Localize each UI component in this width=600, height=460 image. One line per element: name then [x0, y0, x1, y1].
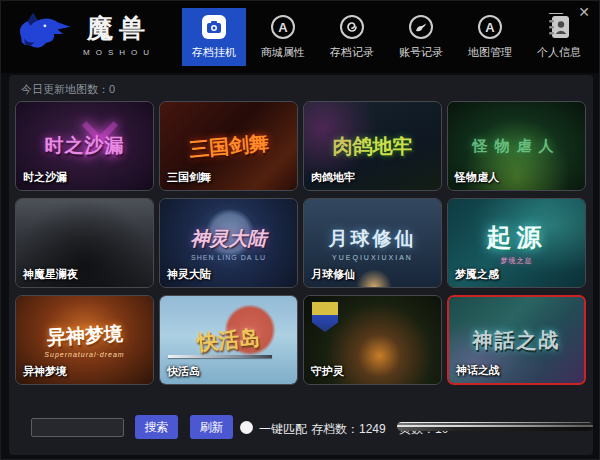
- card-label: 快活岛: [167, 364, 200, 379]
- map-card-mengyanzhigan[interactable]: 起源 梦境之息 梦魇之感: [447, 198, 586, 288]
- map-card-kuaihuodao[interactable]: 快活岛 快活岛: [159, 295, 298, 385]
- card-art-title: 肉鸽地牢: [333, 133, 413, 160]
- page-slider[interactable]: [397, 422, 593, 431]
- card-art-title: 快活岛: [196, 323, 261, 356]
- map-card-sanguojianwu[interactable]: 三国剑舞 三国剑舞: [159, 101, 298, 191]
- tab-archive-records[interactable]: 存档记录: [320, 8, 384, 66]
- card-art-title: 时之沙漏: [45, 133, 125, 159]
- logo-text: 魔兽 MOSHOU: [83, 11, 155, 57]
- tab-account-records[interactable]: 账号记录: [389, 8, 453, 66]
- a-circle-icon: A: [270, 14, 296, 40]
- map-card-rougedilao[interactable]: 肉鸽地牢 肉鸽地牢: [303, 101, 442, 191]
- card-art-title: 三国剑舞: [187, 129, 269, 163]
- map-card-shizhishalou[interactable]: 时之沙漏 时之沙漏: [15, 101, 154, 191]
- tab-label: 存档记录: [330, 45, 374, 60]
- card-art-subtitle: 梦境之息: [501, 256, 533, 266]
- map-card-shenlingdalu[interactable]: 神灵大陆 SHEN LING DA LU 神灵大陆: [159, 198, 298, 288]
- card-label: 神话之战: [456, 363, 500, 378]
- map-card-guaiwunveren[interactable]: 怪物虐人 怪物虐人: [447, 101, 586, 191]
- app-subtitle: MOSHOU: [83, 48, 155, 57]
- search-button[interactable]: 搜索: [135, 415, 178, 439]
- window-controls: — ✕: [547, 3, 593, 21]
- card-label: 梦魇之感: [455, 267, 499, 282]
- spiral-circle-icon: [339, 14, 365, 40]
- tab-label: 地图管理: [468, 45, 512, 60]
- card-art-title: 怪物虐人: [473, 137, 561, 156]
- wolf-logo-icon: [15, 11, 73, 57]
- card-label: 神魔星澜夜: [23, 267, 78, 282]
- card-art-title: 起源: [487, 221, 547, 254]
- save-camera-icon: [201, 14, 227, 40]
- card-label: 异神梦境: [23, 364, 67, 379]
- app-window: 魔兽 MOSHOU 存档挂机 A 商城属性 存档记录: [0, 0, 600, 460]
- archive-count-text: 存档数：1249: [311, 421, 386, 438]
- card-label: 时之沙漏: [23, 170, 67, 185]
- card-label: 三国剑舞: [167, 170, 211, 185]
- tab-map-management[interactable]: A 地图管理: [458, 8, 522, 66]
- today-updated-count: 今日更新地图数：0: [21, 82, 115, 97]
- title-bar: 魔兽 MOSHOU 存档挂机 A 商城属性 存档记录: [1, 1, 600, 73]
- card-label: 神灵大陆: [167, 267, 211, 282]
- card-label: 怪物虐人: [455, 170, 499, 185]
- app-a-circle-icon: A: [477, 14, 503, 40]
- search-input[interactable]: [31, 418, 124, 437]
- tab-label: 存档挂机: [192, 45, 236, 60]
- card-art-subtitle: YUEQIUXIUXIAN: [332, 254, 413, 261]
- card-art-title: 神話之战: [473, 327, 561, 354]
- tab-label: 个人信息: [537, 45, 581, 60]
- card-art-title: 异神梦境: [46, 321, 123, 351]
- map-grid: 时之沙漏 时之沙漏 三国剑舞 三国剑舞 肉鸽地牢 肉鸽地牢: [15, 101, 586, 385]
- app-title: 魔兽: [87, 11, 151, 46]
- tab-label: 账号记录: [399, 45, 443, 60]
- content-panel: 今日更新地图数：0 时之沙漏 时之沙漏 三国剑舞 三国剑舞 肉鸽地牢: [9, 75, 593, 455]
- nav-tabs: 存档挂机 A 商城属性 存档记录 账号记录 A 地图管理: [182, 8, 591, 66]
- card-label: 肉鸽地牢: [311, 170, 355, 185]
- bird-circle-icon: [408, 14, 434, 40]
- card-art-subtitle: SHEN LING DA LU: [191, 254, 266, 261]
- tab-label: 商城属性: [261, 45, 305, 60]
- one-key-match-radio[interactable]: [240, 421, 253, 434]
- one-key-match-label: 一键匹配: [259, 421, 307, 438]
- card-label: 守护灵: [311, 364, 344, 379]
- card-art-subtitle: Supernatural·dream: [44, 351, 124, 358]
- card-art-title: 神灵大陆: [191, 226, 267, 252]
- close-button[interactable]: ✕: [575, 3, 593, 21]
- tab-archive-idle[interactable]: 存档挂机: [182, 8, 246, 66]
- map-card-yishenmengjing[interactable]: 异神梦境 Supernatural·dream 异神梦境: [15, 295, 154, 385]
- app-logo: 魔兽 MOSHOU: [15, 11, 155, 57]
- map-card-shouhuling[interactable]: 守护灵: [303, 295, 442, 385]
- map-card-yueqiuxiuxian[interactable]: 月球修仙 YUEQIUXIUXIAN 月球修仙: [303, 198, 442, 288]
- card-label: 月球修仙: [311, 267, 355, 282]
- map-card-shenhuazhizhan-selected[interactable]: 神話之战 神话之战: [447, 295, 586, 385]
- refresh-button[interactable]: 刷新: [190, 415, 233, 439]
- footer-bar: 搜索 刷新 一键匹配 存档数：1249 页数：10: [9, 413, 593, 443]
- tab-shop-attributes[interactable]: A 商城属性: [251, 8, 315, 66]
- map-card-shenmoxinglanye[interactable]: 神魔星澜夜: [15, 198, 154, 288]
- card-art-title: 月球修仙: [329, 226, 417, 252]
- minimize-button[interactable]: —: [547, 3, 565, 21]
